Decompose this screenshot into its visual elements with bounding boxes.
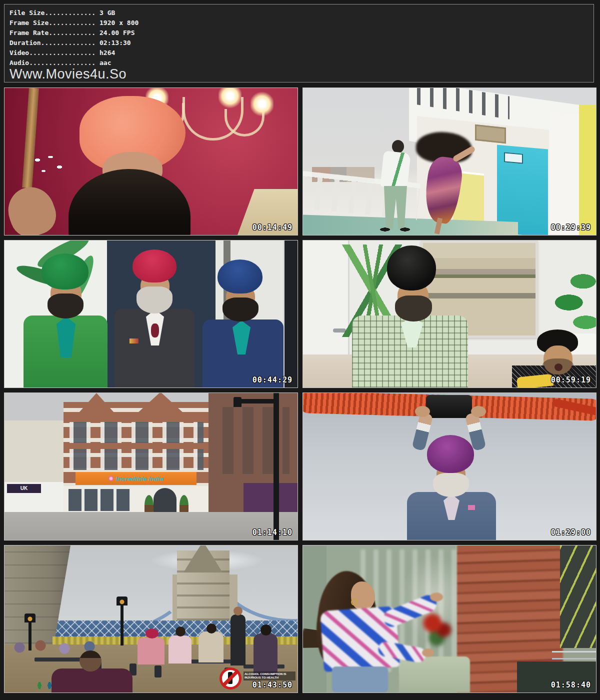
purple-shopfront — [244, 483, 298, 513]
window-row — [70, 449, 204, 470]
info-line-frame-size: Frame Size............ 1920 x 800 — [4, 18, 594, 28]
timestamp-badge: 00:29:39 — [551, 223, 591, 232]
arched-doorway — [154, 488, 176, 513]
standing-waiter-head — [234, 606, 242, 616]
hand — [422, 648, 434, 657]
pocket-square — [468, 505, 475, 510]
screenshot-2: 00:29:39 — [302, 88, 596, 236]
topiary-tree — [144, 495, 154, 513]
drink-bottles — [34, 678, 64, 692]
info-line-file-size: File Size............. 3 GB — [4, 4, 594, 18]
monstera-plant — [552, 270, 596, 336]
screenshot-4: 00:59:19 — [302, 240, 596, 388]
man2-pocket-square — [130, 338, 138, 344]
woman-face — [351, 582, 375, 610]
lamp-head — [234, 397, 242, 407]
man2-open-mouth — [554, 364, 562, 371]
site-watermark: Www.Movies4u.So — [10, 66, 126, 82]
lamp-post — [28, 620, 32, 650]
man-beige-hoodie — [198, 632, 224, 662]
jeans — [332, 666, 388, 692]
man1-black-turban — [387, 246, 436, 290]
lamp-head — [24, 614, 36, 622]
man-pink-jacket — [138, 638, 164, 664]
lit-window — [560, 546, 596, 648]
long-black-beard — [68, 169, 190, 236]
man3-navy-turban — [218, 260, 262, 294]
info-line-video: Video................. h264 — [4, 48, 594, 58]
timestamp-badge: 00:59:19 — [551, 376, 591, 384]
purple-turban — [427, 435, 474, 473]
timestamp-badge: 01:14:10 — [252, 528, 292, 537]
man-head — [392, 140, 404, 153]
warning-text: ALCOHOL CONSUMPTION IS INJURIOUS TO HEAL… — [244, 672, 296, 680]
foreground-man-head — [80, 650, 102, 672]
timestamp-badge: 00:14:49 — [252, 223, 292, 232]
screenshot-1: 00:14:49 — [4, 88, 298, 236]
white-petals — [30, 154, 68, 179]
screenshot-3: 00:44:29 — [4, 240, 298, 388]
timestamp-badge: 01:29:00 — [551, 528, 591, 537]
lamp-arm — [238, 399, 274, 404]
window-row — [70, 422, 204, 443]
black-pipe-coupling — [426, 395, 472, 418]
door-label — [504, 152, 523, 164]
screenshot-7: ALCOHOL CONSUMPTION IS INJURIOUS TO HEAL… — [4, 545, 298, 693]
wall-vent — [475, 124, 506, 144]
man2-red-turban — [132, 250, 176, 282]
info-line-duration: Duration.............. 02:13:30 — [4, 38, 594, 48]
white-pillar — [549, 112, 580, 236]
restaurant-sign: Incredible India — [76, 472, 196, 485]
hand — [4, 180, 62, 236]
man3-beard — [222, 298, 258, 322]
timestamp-badge: 01:58:40 — [551, 680, 591, 690]
woman-pink-head — [176, 626, 186, 636]
right-hand — [471, 406, 486, 417]
restaurant-sign-text: Incredible India — [116, 475, 164, 482]
man-tracksuit-jacket — [380, 150, 410, 189]
lamp-head — [116, 596, 128, 606]
info-line-frame-rate: Frame Rate............ 24.00 FPS — [4, 28, 594, 38]
white-beard — [433, 473, 469, 497]
man-shoes — [378, 226, 414, 233]
woman-floral-head — [260, 624, 272, 636]
cafe-chair — [154, 666, 162, 678]
man2-white-beard — [136, 286, 172, 314]
topiary-tree — [180, 495, 188, 513]
sage-planter — [399, 656, 470, 692]
dark-doorway — [284, 240, 298, 388]
man2-maroon-cravat — [151, 324, 159, 338]
left-hand — [415, 406, 430, 417]
man-beige-hoodie-head — [206, 624, 216, 634]
flower-logo-icon — [108, 476, 114, 481]
cafe-table — [34, 658, 80, 662]
man1-beard — [395, 296, 432, 322]
woman-pink — [168, 636, 192, 664]
screenshot-8: 01:58:40 — [302, 545, 596, 693]
yellow-panel — [579, 105, 596, 235]
man1-beard — [48, 294, 84, 318]
shop-sign: UK — [7, 484, 41, 493]
man1-green-turban — [42, 254, 88, 290]
standing-waiter — [230, 614, 246, 666]
ground-floor-windows — [68, 489, 130, 511]
screenshot-5: UK Incredible India 01:14:10 — [4, 392, 298, 540]
timestamp-badge: 00:44:29 — [252, 376, 292, 384]
gold-earring — [351, 598, 357, 606]
media-info-panel: File Size............. 3 GB Frame Size..… — [4, 4, 594, 82]
candle-flame — [218, 88, 242, 109]
street-lamp-pole — [274, 393, 279, 540]
lamp-post — [120, 604, 124, 646]
timestamp-badge: 01:43:50 — [252, 680, 292, 690]
maroon-turban — [146, 628, 158, 638]
hand — [430, 592, 443, 602]
candle-flame — [250, 91, 274, 117]
page: File Size............. 3 GB Frame Size..… — [0, 0, 600, 700]
screenshot-6: 01:29:00 — [302, 392, 596, 540]
